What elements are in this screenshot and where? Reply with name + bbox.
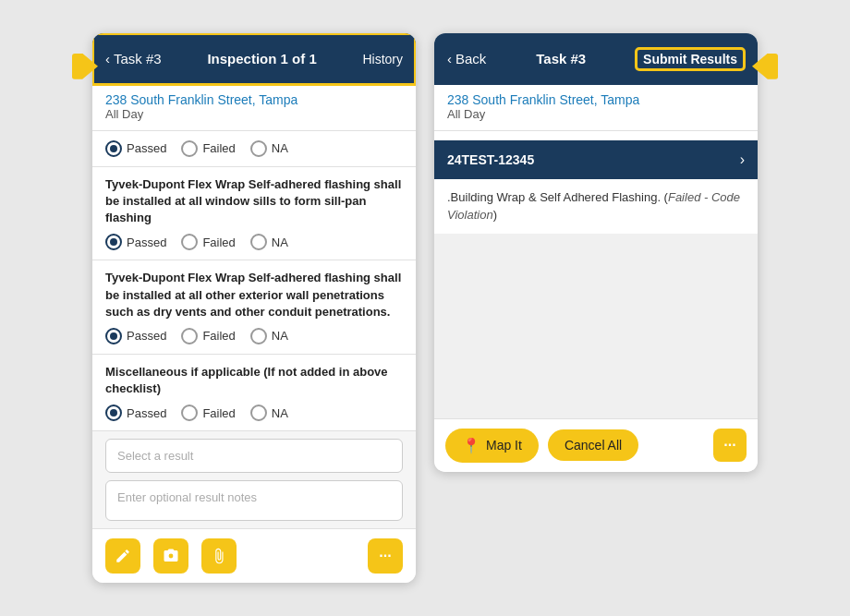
cancel-all-button[interactable]: Cancel All (548, 429, 638, 461)
history-button[interactable]: History (362, 52, 403, 66)
back-label-left: Task #3 (114, 51, 162, 66)
failed-radio-3[interactable] (181, 328, 198, 344)
failed-option-1[interactable]: Failed (181, 140, 235, 157)
inspection-title: Inspection 1 of 1 (207, 51, 316, 66)
chevron-left-icon-right: ‹ (447, 51, 452, 66)
na-option-3[interactable]: NA (250, 328, 288, 344)
passed-label-4: Passed (127, 406, 166, 420)
failed-label-4: Failed (202, 406, 235, 420)
street-address-right: 238 South Franklin Street, Tampa (447, 92, 745, 107)
checklist-text-3: Tyvek-Dupont Flex Wrap Self-adhered flas… (105, 270, 403, 320)
na-label-1: NA (272, 141, 288, 155)
attach-button[interactable] (201, 538, 237, 574)
map-it-label: Map It (486, 438, 522, 453)
chevron-left-icon: ‹ (105, 51, 110, 66)
failed-option-3[interactable]: Failed (181, 328, 235, 344)
yellow-arrow-left (72, 54, 98, 79)
na-label-2: NA (272, 236, 288, 249)
checklist-section: Passed Failed NA Tyvek-Dupon (92, 131, 416, 432)
pin-icon: 📍 (462, 437, 480, 454)
edit-button[interactable] (105, 538, 140, 574)
passed-option-2[interactable]: Passed (105, 234, 166, 250)
radio-group-4: Passed Failed NA (105, 405, 403, 421)
result-notes[interactable]: Enter optional result notes (105, 480, 403, 521)
checklist-text-4: Miscellaneous if applicable (If not adde… (105, 364, 403, 397)
task-title-right: Task #3 (536, 51, 586, 66)
left-panel: ‹ Task #3 Inspection 1 of 1 History 238 … (92, 33, 416, 584)
bottom-toolbar-left: ··· (92, 528, 416, 583)
more-button-right[interactable]: ··· (713, 429, 747, 462)
failed-option-2[interactable]: Failed (181, 234, 235, 250)
map-it-button[interactable]: 📍 Map It (445, 429, 539, 463)
more-button-left[interactable]: ··· (368, 538, 403, 574)
submit-results-button[interactable]: Submit Results (636, 48, 745, 70)
right-header: ‹ Back Task #3 Submit Results (434, 33, 758, 85)
na-option-2[interactable]: NA (250, 234, 288, 250)
passed-option-3[interactable]: Passed (105, 328, 166, 344)
na-radio-2[interactable] (250, 234, 267, 250)
time-right: All Day (447, 107, 745, 121)
street-address-left: 238 South Franklin Street, Tampa (105, 92, 403, 107)
na-option-4[interactable]: NA (250, 405, 288, 421)
na-radio-3[interactable] (250, 328, 267, 344)
checklist-item-1: Passed Failed NA (92, 131, 416, 167)
task-violation-text: Failed - Code Violation (447, 190, 740, 223)
na-option-1[interactable]: NA (250, 140, 288, 157)
task-id: 24TEST-12345 (447, 152, 534, 167)
camera-button[interactable] (153, 538, 188, 574)
failed-radio-4[interactable] (181, 405, 198, 421)
failed-option-4[interactable]: Failed (181, 405, 235, 421)
left-arrow-indicator (72, 54, 98, 79)
passed-radio-1[interactable] (105, 140, 122, 157)
address-section-left: 238 South Franklin Street, Tampa All Day (92, 85, 416, 131)
na-radio-1[interactable] (250, 140, 267, 157)
passed-label-3: Passed (127, 329, 166, 343)
left-header: ‹ Task #3 Inspection 1 of 1 History (92, 33, 416, 85)
na-label-4: NA (272, 406, 288, 420)
task-chevron-icon: › (740, 151, 745, 168)
passed-label-1: Passed (127, 141, 166, 155)
back-button-right[interactable]: ‹ Back (447, 51, 486, 66)
checklist-item-3: Tyvek-Dupont Flex Wrap Self-adhered flas… (92, 260, 416, 355)
right-panel-content (434, 234, 758, 418)
address-section-right: 238 South Franklin Street, Tampa All Day (434, 85, 758, 131)
checklist-body: Passed Failed NA Tyvek-Dupon (92, 131, 416, 529)
checklist-item-4: Miscellaneous if applicable (If not adde… (92, 355, 416, 431)
back-button-left[interactable]: ‹ Task #3 (105, 51, 162, 66)
time-left: All Day (105, 107, 403, 121)
failed-radio-2[interactable] (181, 234, 198, 250)
passed-radio-2[interactable] (105, 234, 122, 250)
radio-group-1: Passed Failed NA (105, 140, 403, 157)
bottom-toolbar-right: 📍 Map It Cancel All ··· (434, 418, 758, 472)
passed-label-2: Passed (127, 236, 166, 249)
task-desc-text: .Building Wrap & Self Adhered Flashing. … (447, 190, 740, 223)
failed-label-2: Failed (202, 236, 235, 249)
na-label-3: NA (272, 329, 288, 343)
failed-radio-1[interactable] (181, 140, 198, 157)
right-panel: ‹ Back Task #3 Submit Results 238 South … (434, 33, 758, 472)
result-selector[interactable]: Select a result (105, 439, 403, 473)
back-label-right: Back (455, 51, 486, 66)
radio-group-3: Passed Failed NA (105, 328, 403, 344)
task-row[interactable]: 24TEST-12345 › (434, 140, 758, 179)
passed-option-4[interactable]: Passed (105, 405, 166, 421)
failed-label-3: Failed (202, 329, 235, 343)
passed-option-1[interactable]: Passed (105, 140, 166, 157)
failed-label-1: Failed (202, 141, 235, 155)
checklist-text-2: Tyvek-Dupont Flex Wrap Self-adhered flas… (105, 176, 403, 227)
submit-results-button-container: Submit Results (636, 48, 745, 70)
checklist-item-2: Tyvek-Dupont Flex Wrap Self-adhered flas… (92, 167, 416, 261)
task-description: .Building Wrap & Self Adhered Flashing. … (434, 179, 758, 234)
right-arrow-indicator (752, 54, 778, 79)
passed-radio-3[interactable] (105, 328, 122, 344)
yellow-arrow-right (752, 54, 778, 79)
radio-group-2: Passed Failed NA (105, 234, 403, 250)
na-radio-4[interactable] (250, 405, 267, 421)
cancel-all-label: Cancel All (565, 438, 622, 453)
passed-radio-4[interactable] (105, 405, 122, 421)
